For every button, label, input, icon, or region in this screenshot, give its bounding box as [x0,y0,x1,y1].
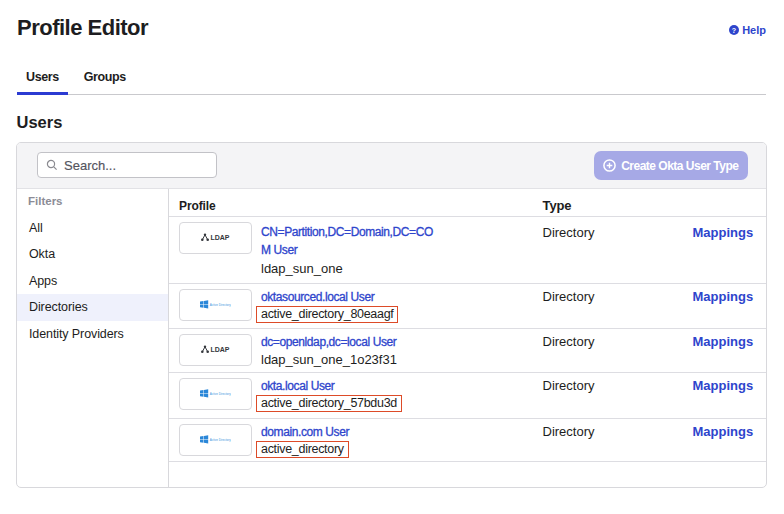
svg-text:Active Directory: Active Directory [210,437,231,442]
svg-text:LDAP: LDAP [211,346,230,353]
svg-text:?: ? [732,27,736,35]
svg-text:LDAP: LDAP [211,234,230,241]
svg-text:Active Directory: Active Directory [210,391,231,396]
svg-text:Active Directory: Active Directory [210,302,231,307]
